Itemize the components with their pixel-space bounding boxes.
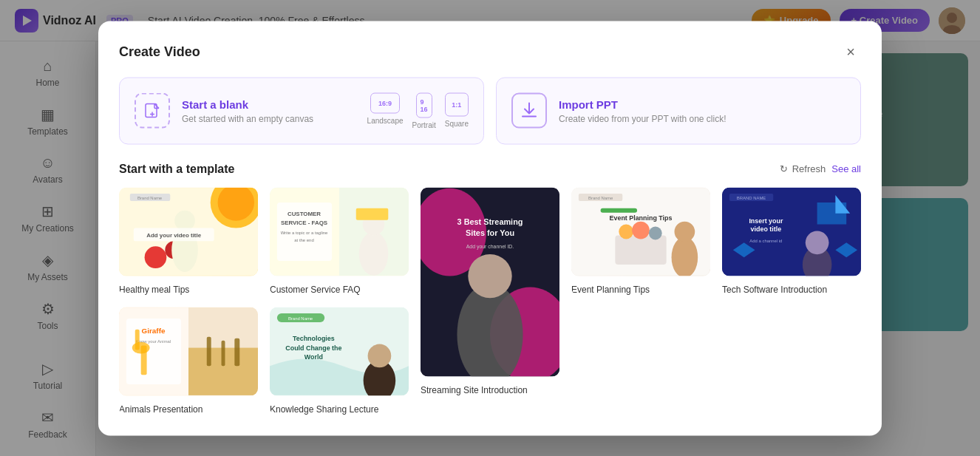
svg-rect-44 <box>615 235 666 265</box>
import-ppt-icon <box>511 93 547 129</box>
template-name-event: Event Planning Tips <box>571 284 650 294</box>
template-section-title: Start with a template <box>119 162 234 175</box>
portrait-box: 916 <box>416 92 432 118</box>
template-card-healthy[interactable]: Add your video title Brand Name Healthy … <box>119 187 258 295</box>
svg-text:video title: video title <box>751 225 782 233</box>
template-name-tech: Tech Software Introduction <box>722 284 827 294</box>
start-blank-desc: Get started with an empty canvas <box>182 113 313 123</box>
svg-text:Brand Name: Brand Name <box>137 195 163 200</box>
import-ppt-option[interactable]: Import PPT Create video from your PPT wi… <box>496 77 861 144</box>
import-ppt-title: Import PPT <box>559 98 727 110</box>
template-name-knowledge: Knowledge Sharing Lecture <box>270 404 378 414</box>
template-card-customer[interactable]: CUSTOMER SERVICE - FAQS Write a topic or… <box>270 187 409 295</box>
template-thumb-event: Brand Name Event Planning Tips <box>571 187 710 276</box>
svg-point-28 <box>359 231 389 275</box>
template-section-header: Start with a template ↻ Refresh See all <box>119 162 861 175</box>
refresh-icon: ↻ <box>780 163 788 174</box>
format-landscape[interactable]: 16:9 Landscape <box>367 92 404 129</box>
svg-point-46 <box>632 221 650 239</box>
template-thumb-streaming: 3 Best Streaming Sites for You Add your … <box>421 187 559 376</box>
svg-rect-72 <box>222 340 225 366</box>
start-blank-title: Start a blank <box>182 98 313 110</box>
svg-text:Insert your: Insert your <box>749 217 783 224</box>
template-thumb-customer: CUSTOMER SERVICE - FAQS Write a topic or… <box>270 187 409 276</box>
svg-point-81 <box>368 344 392 367</box>
svg-text:at the end: at the end <box>294 238 313 242</box>
creation-options: Start a blank Get started with an empty … <box>119 77 861 144</box>
svg-point-35 <box>468 253 511 297</box>
format-square[interactable]: 1:1 Square <box>445 92 469 129</box>
refresh-label: Refresh <box>792 163 826 174</box>
template-name-customer: Customer Service FAQ <box>270 284 361 294</box>
svg-text:Giraffe: Giraffe <box>142 326 166 334</box>
template-name-animals: Animals Presentation <box>119 404 203 414</box>
square-box: 1:1 <box>445 92 469 116</box>
landscape-box: 16:9 <box>370 92 400 113</box>
svg-point-61 <box>806 231 829 254</box>
svg-point-48 <box>672 236 698 276</box>
svg-text:Technologies: Technologies <box>293 334 335 341</box>
svg-text:3 Best Streaming: 3 Best Streaming <box>457 217 523 226</box>
create-video-modal: Create Video × Start a blank Get started… <box>98 21 882 435</box>
template-name-healthy: Healthy meal Tips <box>119 284 189 294</box>
template-thumb-healthy: Add your video title Brand Name <box>119 187 258 276</box>
start-blank-text: Start a blank Get started with an empty … <box>182 98 313 123</box>
svg-text:Brand Name: Brand Name <box>588 195 613 200</box>
template-card-tech[interactable]: BRAND NAME Insert your video title Add a… <box>722 187 861 295</box>
template-thumb-animals: Giraffe Know your Animal <box>119 307 258 395</box>
landscape-label: Landscape <box>367 116 404 124</box>
template-card-knowledge[interactable]: Brand Name Technologies Could Change the… <box>270 307 409 415</box>
svg-text:Sites for You: Sites for You <box>466 228 514 237</box>
svg-rect-42 <box>601 208 637 212</box>
format-portrait[interactable]: 916 Portrait <box>412 92 436 129</box>
template-card-animals[interactable]: Giraffe Know your Animal <box>119 307 258 415</box>
svg-point-16 <box>174 210 195 231</box>
svg-text:World: World <box>304 353 323 361</box>
svg-text:Add a channel id: Add a channel id <box>749 239 782 243</box>
svg-text:Add your video title: Add your video title <box>146 232 201 239</box>
svg-point-49 <box>675 221 695 242</box>
modal-title: Create Video <box>119 44 200 60</box>
svg-text:Could Change the: Could Change the <box>285 344 341 351</box>
see-all-button[interactable]: See all <box>831 163 861 174</box>
format-icons: 16:9 Landscape 916 Portrait 1:1 Square <box>367 92 469 129</box>
svg-text:Add your channel ID.: Add your channel ID. <box>466 243 514 249</box>
start-blank-option[interactable]: Start a blank Get started with an empty … <box>119 77 484 144</box>
svg-point-47 <box>649 226 662 239</box>
svg-point-45 <box>619 224 633 239</box>
template-thumb-tech: BRAND NAME Insert your video title Add a… <box>722 187 861 276</box>
svg-text:Write a topic or a tagline: Write a topic or a tagline <box>281 231 328 235</box>
svg-text:CUSTOMER: CUSTOMER <box>287 210 321 217</box>
svg-point-13 <box>145 246 167 268</box>
svg-rect-30 <box>356 208 389 220</box>
svg-rect-71 <box>207 336 211 366</box>
template-name-streaming: Streaming Site Introduction <box>421 384 528 395</box>
refresh-button[interactable]: ↻ Refresh <box>780 163 826 174</box>
import-ppt-text: Import PPT Create video from your PPT wi… <box>559 98 727 123</box>
svg-text:Event Planning Tips: Event Planning Tips <box>610 214 673 221</box>
svg-rect-50 <box>722 188 861 276</box>
import-ppt-desc: Create video from your PPT with one clic… <box>559 113 727 123</box>
start-blank-icon <box>135 93 170 129</box>
square-label: Square <box>445 119 469 127</box>
portrait-label: Portrait <box>412 120 436 129</box>
svg-text:BRAND NAME: BRAND NAME <box>737 195 766 200</box>
svg-text:Brand Name: Brand Name <box>288 316 313 320</box>
svg-rect-73 <box>234 338 239 366</box>
svg-point-69 <box>132 341 150 353</box>
modal-header: Create Video × <box>119 41 861 62</box>
template-card-streaming[interactable]: 3 Best Streaming Sites for You Add your … <box>421 187 559 415</box>
svg-text:SERVICE - FAQS: SERVICE - FAQS <box>281 219 327 225</box>
template-thumb-knowledge: Brand Name Technologies Could Change the… <box>270 307 409 395</box>
modal-close-button[interactable]: × <box>840 41 861 62</box>
template-card-event[interactable]: Brand Name Event Planning Tips <box>571 187 710 295</box>
template-grid: Add your video title Brand Name Healthy … <box>119 187 861 415</box>
